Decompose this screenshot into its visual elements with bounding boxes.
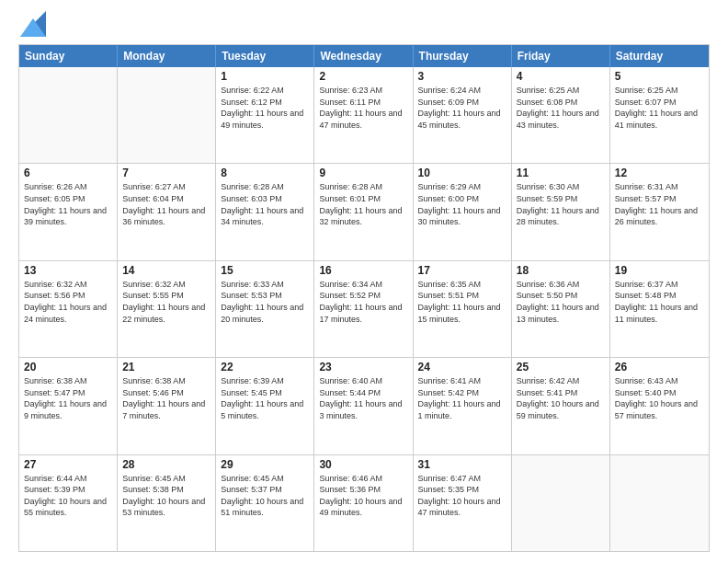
calendar-cell: 12Sunrise: 6:31 AM Sunset: 5:57 PM Dayli…: [610, 164, 709, 259]
day-info: Sunrise: 6:41 AM Sunset: 5:42 PM Dayligh…: [418, 375, 506, 421]
calendar-cell: 17Sunrise: 6:35 AM Sunset: 5:51 PM Dayli…: [414, 261, 512, 357]
day-info: Sunrise: 6:29 AM Sunset: 6:00 PM Dayligh…: [418, 181, 506, 227]
day-info: Sunrise: 6:25 AM Sunset: 6:08 PM Dayligh…: [517, 85, 605, 131]
calendar-row-2: 6Sunrise: 6:26 AM Sunset: 6:05 PM Daylig…: [19, 163, 709, 259]
calendar-cell: 26Sunrise: 6:43 AM Sunset: 5:40 PM Dayli…: [610, 358, 709, 454]
logo-area: [18, 15, 46, 37]
header: [18, 15, 710, 37]
day-info: Sunrise: 6:36 AM Sunset: 5:50 PM Dayligh…: [517, 279, 605, 325]
day-info: Sunrise: 6:44 AM Sunset: 5:39 PM Dayligh…: [24, 473, 112, 519]
day-number: 22: [221, 361, 309, 373]
calendar-cell: 4Sunrise: 6:25 AM Sunset: 6:08 PM Daylig…: [512, 67, 610, 163]
calendar-cell: [19, 67, 118, 163]
day-number: 18: [517, 264, 605, 277]
header-cell-tuesday: Tuesday: [216, 45, 314, 67]
day-number: 27: [24, 458, 112, 471]
day-info: Sunrise: 6:43 AM Sunset: 5:40 PM Dayligh…: [615, 375, 704, 421]
calendar-cell: 2Sunrise: 6:23 AM Sunset: 6:11 PM Daylig…: [314, 67, 413, 163]
day-number: 29: [221, 458, 309, 471]
calendar-cell: 10Sunrise: 6:29 AM Sunset: 6:00 PM Dayli…: [414, 164, 512, 259]
day-number: 23: [319, 361, 407, 373]
calendar-cell: 25Sunrise: 6:42 AM Sunset: 5:41 PM Dayli…: [512, 358, 610, 454]
day-info: Sunrise: 6:28 AM Sunset: 6:01 PM Dayligh…: [319, 181, 407, 227]
day-number: 12: [615, 167, 704, 179]
day-info: Sunrise: 6:32 AM Sunset: 5:56 PM Dayligh…: [24, 279, 112, 325]
day-number: 10: [418, 167, 506, 179]
calendar-cell: 7Sunrise: 6:27 AM Sunset: 6:04 PM Daylig…: [118, 164, 216, 259]
calendar-row-3: 13Sunrise: 6:32 AM Sunset: 5:56 PM Dayli…: [19, 260, 709, 357]
header-cell-saturday: Saturday: [610, 45, 709, 67]
calendar-row-5: 27Sunrise: 6:44 AM Sunset: 5:39 PM Dayli…: [19, 454, 709, 551]
calendar-cell: 13Sunrise: 6:32 AM Sunset: 5:56 PM Dayli…: [19, 261, 118, 357]
calendar-cell: 31Sunrise: 6:47 AM Sunset: 5:35 PM Dayli…: [414, 455, 512, 551]
day-info: Sunrise: 6:37 AM Sunset: 5:48 PM Dayligh…: [615, 279, 704, 325]
calendar-cell: 1Sunrise: 6:22 AM Sunset: 6:12 PM Daylig…: [216, 67, 314, 163]
calendar-cell: 20Sunrise: 6:38 AM Sunset: 5:47 PM Dayli…: [19, 358, 118, 454]
calendar-cell: [118, 67, 216, 163]
day-number: 3: [418, 70, 506, 83]
calendar-row-4: 20Sunrise: 6:38 AM Sunset: 5:47 PM Dayli…: [19, 357, 709, 454]
calendar-cell: 23Sunrise: 6:40 AM Sunset: 5:44 PM Dayli…: [314, 358, 413, 454]
day-number: 7: [122, 167, 210, 179]
day-info: Sunrise: 6:22 AM Sunset: 6:12 PM Dayligh…: [221, 85, 309, 131]
day-number: 19: [615, 264, 704, 277]
header-cell-wednesday: Wednesday: [314, 45, 413, 67]
day-number: 16: [319, 264, 407, 277]
day-info: Sunrise: 6:23 AM Sunset: 6:11 PM Dayligh…: [319, 85, 407, 131]
calendar-body: 1Sunrise: 6:22 AM Sunset: 6:12 PM Daylig…: [19, 67, 709, 551]
calendar-cell: 24Sunrise: 6:41 AM Sunset: 5:42 PM Dayli…: [414, 358, 512, 454]
day-info: Sunrise: 6:28 AM Sunset: 6:03 PM Dayligh…: [221, 181, 309, 227]
day-number: 13: [24, 264, 112, 277]
day-number: 28: [122, 458, 210, 471]
day-info: Sunrise: 6:45 AM Sunset: 5:37 PM Dayligh…: [221, 473, 309, 519]
day-number: 14: [122, 264, 210, 277]
day-info: Sunrise: 6:31 AM Sunset: 5:57 PM Dayligh…: [615, 181, 704, 227]
day-number: 25: [517, 361, 605, 373]
calendar-cell: 30Sunrise: 6:46 AM Sunset: 5:36 PM Dayli…: [314, 455, 413, 551]
day-info: Sunrise: 6:38 AM Sunset: 5:46 PM Dayligh…: [122, 375, 210, 421]
day-info: Sunrise: 6:38 AM Sunset: 5:47 PM Dayligh…: [24, 375, 112, 421]
calendar-cell: [512, 455, 610, 551]
logo-icon: [20, 11, 46, 37]
day-number: 1: [221, 70, 309, 83]
day-info: Sunrise: 6:25 AM Sunset: 6:07 PM Dayligh…: [615, 85, 704, 131]
calendar-cell: 8Sunrise: 6:28 AM Sunset: 6:03 PM Daylig…: [216, 164, 314, 259]
day-info: Sunrise: 6:45 AM Sunset: 5:38 PM Dayligh…: [122, 473, 210, 519]
calendar-cell: 16Sunrise: 6:34 AM Sunset: 5:52 PM Dayli…: [314, 261, 413, 357]
day-info: Sunrise: 6:39 AM Sunset: 5:45 PM Dayligh…: [221, 375, 309, 421]
calendar-header: SundayMondayTuesdayWednesdayThursdayFrid…: [19, 45, 709, 67]
day-info: Sunrise: 6:27 AM Sunset: 6:04 PM Dayligh…: [122, 181, 210, 227]
day-number: 9: [319, 167, 407, 179]
day-number: 17: [418, 264, 506, 277]
day-info: Sunrise: 6:33 AM Sunset: 5:53 PM Dayligh…: [221, 279, 309, 325]
day-number: 15: [221, 264, 309, 277]
day-info: Sunrise: 6:34 AM Sunset: 5:52 PM Dayligh…: [319, 279, 407, 325]
calendar: SundayMondayTuesdayWednesdayThursdayFrid…: [18, 44, 710, 552]
day-info: Sunrise: 6:32 AM Sunset: 5:55 PM Dayligh…: [122, 279, 210, 325]
day-number: 5: [615, 70, 704, 83]
day-number: 6: [24, 167, 112, 179]
day-info: Sunrise: 6:46 AM Sunset: 5:36 PM Dayligh…: [319, 473, 407, 519]
day-info: Sunrise: 6:24 AM Sunset: 6:09 PM Dayligh…: [418, 85, 506, 131]
calendar-cell: 22Sunrise: 6:39 AM Sunset: 5:45 PM Dayli…: [216, 358, 314, 454]
day-number: 4: [517, 70, 605, 83]
header-cell-thursday: Thursday: [414, 45, 512, 67]
calendar-cell: 18Sunrise: 6:36 AM Sunset: 5:50 PM Dayli…: [512, 261, 610, 357]
day-number: 24: [418, 361, 506, 373]
calendar-cell: 29Sunrise: 6:45 AM Sunset: 5:37 PM Dayli…: [216, 455, 314, 551]
day-number: 21: [122, 361, 210, 373]
calendar-cell: 28Sunrise: 6:45 AM Sunset: 5:38 PM Dayli…: [118, 455, 216, 551]
calendar-cell: 3Sunrise: 6:24 AM Sunset: 6:09 PM Daylig…: [414, 67, 512, 163]
day-number: 30: [319, 458, 407, 471]
calendar-cell: 9Sunrise: 6:28 AM Sunset: 6:01 PM Daylig…: [314, 164, 413, 259]
day-number: 11: [517, 167, 605, 179]
day-info: Sunrise: 6:35 AM Sunset: 5:51 PM Dayligh…: [418, 279, 506, 325]
calendar-cell: 27Sunrise: 6:44 AM Sunset: 5:39 PM Dayli…: [19, 455, 118, 551]
calendar-cell: [610, 455, 709, 551]
day-info: Sunrise: 6:47 AM Sunset: 5:35 PM Dayligh…: [418, 473, 506, 519]
calendar-cell: 6Sunrise: 6:26 AM Sunset: 6:05 PM Daylig…: [19, 164, 118, 259]
calendar-cell: 19Sunrise: 6:37 AM Sunset: 5:48 PM Dayli…: [610, 261, 709, 357]
day-number: 8: [221, 167, 309, 179]
calendar-cell: 21Sunrise: 6:38 AM Sunset: 5:46 PM Dayli…: [118, 358, 216, 454]
page: SundayMondayTuesdayWednesdayThursdayFrid…: [0, 0, 728, 563]
